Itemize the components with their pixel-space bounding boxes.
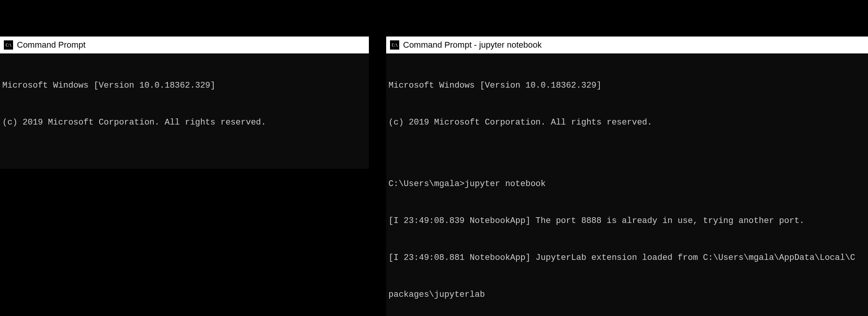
command-prompt-window-left[interactable]: C:\ Command Prompt Microsoft Windows [Ve… <box>0 37 369 169</box>
terminal-line: [I 23:49:08.839 NotebookApp] The port 88… <box>388 215 866 227</box>
command-prompt-window-right[interactable]: C:\ Command Prompt - jupyter notebook Mi… <box>386 37 868 316</box>
cmd-icon: C:\ <box>390 40 399 50</box>
terminal-line: packages\jupyterlab <box>388 289 866 301</box>
terminal-line: Microsoft Windows [Version 10.0.18362.32… <box>388 80 866 92</box>
window-title-right: Command Prompt - jupyter notebook <box>403 40 542 50</box>
titlebar-right[interactable]: C:\ Command Prompt - jupyter notebook <box>386 37 868 53</box>
terminal-line: C:\Users\mgala>jupyter notebook <box>388 178 866 190</box>
terminal-output-left[interactable]: Microsoft Windows [Version 10.0.18362.32… <box>0 53 369 169</box>
titlebar-left[interactable]: C:\ Command Prompt <box>0 37 369 53</box>
cmd-icon: C:\ <box>4 40 13 50</box>
terminal-line: [I 23:49:08.881 NotebookApp] JupyterLab … <box>388 252 866 264</box>
window-title-left: Command Prompt <box>17 40 86 50</box>
terminal-line: Microsoft Windows [Version 10.0.18362.32… <box>2 80 367 92</box>
terminal-output-right[interactable]: Microsoft Windows [Version 10.0.18362.32… <box>386 53 868 316</box>
terminal-line: (c) 2019 Microsoft Corporation. All righ… <box>388 116 866 129</box>
terminal-line: (c) 2019 Microsoft Corporation. All righ… <box>2 116 367 129</box>
